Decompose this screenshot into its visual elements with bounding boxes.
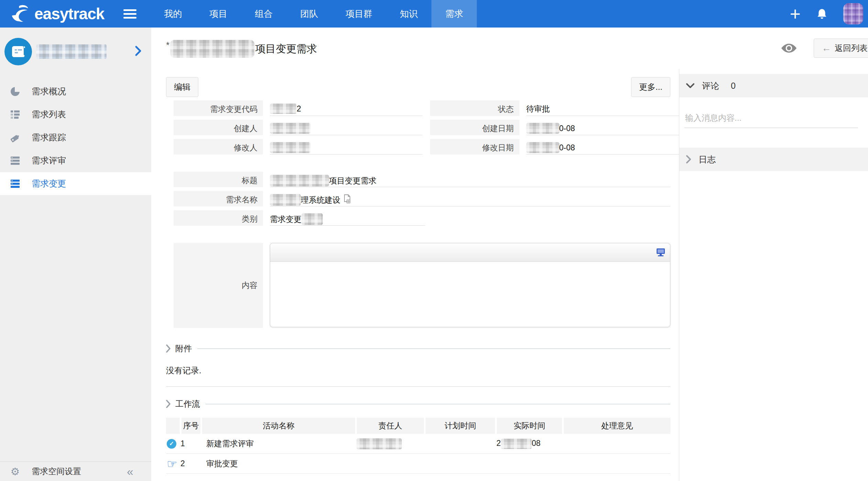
- created-date-value: 0-08: [526, 120, 680, 135]
- collapse-sidebar-icon[interactable]: «: [127, 465, 133, 478]
- sidebar-item-req-change[interactable]: 需求变更: [0, 172, 151, 195]
- content-area: 编辑 更多... 需求变更代码 2 状态 待审批 创建人 创建日期 0-08: [151, 69, 868, 481]
- user-avatar[interactable]: [843, 3, 863, 24]
- back-to-list-button[interactable]: ← 返回列表: [814, 39, 868, 58]
- title-label: 标题: [174, 172, 263, 187]
- created-date-label: 创建日期: [430, 120, 519, 135]
- modifier-label: 修改人: [174, 139, 263, 154]
- workflow-section-header[interactable]: 工作流: [166, 398, 670, 409]
- header-cell-planned-time: 计划时间: [424, 418, 495, 434]
- content-editor[interactable]: [270, 243, 670, 327]
- row-actual-time: 208: [495, 439, 562, 449]
- notification-bell-icon[interactable]: [816, 8, 827, 20]
- title-value: 项目变更需求: [270, 172, 670, 187]
- code-redacted: [270, 104, 297, 114]
- sidebar-item-req-review[interactable]: 需求评审: [0, 149, 151, 172]
- workflow-row-1[interactable]: ✓ 1 新建需求评审 208: [166, 434, 670, 454]
- creator-redacted: [270, 123, 310, 134]
- status-value: 待审批: [526, 100, 680, 116]
- row-activity: 审批变更: [200, 458, 355, 469]
- comment-input[interactable]: [684, 113, 858, 128]
- log-section-header[interactable]: 日志: [679, 148, 868, 171]
- nav-item-my[interactable]: 我的: [150, 0, 196, 28]
- comments-section-header[interactable]: 评论 0: [679, 74, 868, 97]
- chevron-right-icon: [166, 400, 171, 408]
- sidebar-item-label: 需求跟踪: [32, 132, 66, 143]
- add-icon[interactable]: +: [790, 4, 801, 23]
- attachments-title: 附件: [175, 343, 192, 354]
- sidebar-item-req-tracking[interactable]: 需求跟踪: [0, 126, 151, 149]
- title-redacted-prefix: [170, 40, 254, 58]
- stack-icon-active: [10, 179, 21, 189]
- brand-text: easytrack: [34, 4, 104, 23]
- workflow-row-2[interactable]: ☞ 2 审批变更: [166, 454, 670, 474]
- edit-button[interactable]: 编辑: [166, 77, 198, 97]
- chevron-right-icon: [686, 155, 691, 163]
- tag-icon: [10, 132, 21, 143]
- form-row-category: 类别 需求变更: [166, 210, 680, 226]
- space-header[interactable]: [0, 28, 151, 65]
- brand: easytrack: [10, 4, 104, 23]
- step-done-check-icon: ✓: [167, 439, 176, 449]
- form-row-code-status: 需求变更代码 2 状态 待审批: [166, 100, 680, 116]
- sidebar-item-req-list[interactable]: 需求列表: [0, 103, 151, 126]
- nav-item-portfolio[interactable]: 组合: [241, 0, 286, 28]
- modifier-value: [270, 139, 422, 154]
- owner-redacted: [356, 438, 402, 449]
- row-owner: [355, 438, 424, 449]
- nav-item-requirements[interactable]: 需求: [431, 0, 477, 28]
- space-settings-label[interactable]: 需求空间设置: [32, 466, 81, 477]
- comments-log-panel: 评论 0 日志: [679, 69, 868, 481]
- creator-label: 创建人: [174, 120, 263, 135]
- modified-date-value: 0-08: [526, 139, 680, 154]
- sidebar-item-label: 需求变更: [32, 178, 66, 189]
- workflow-title: 工作流: [175, 398, 200, 409]
- form-row-req-name: 需求名称 理系统建设: [166, 191, 680, 206]
- top-navigation: 我的 项目 组合 团队 项目群 知识 需求: [150, 0, 477, 28]
- sidebar-item-label: 需求评审: [32, 155, 66, 166]
- gear-icon[interactable]: ⚙: [10, 466, 21, 478]
- nav-item-project[interactable]: 项目: [196, 0, 241, 28]
- page-header: * 项目变更需求 ← 返回列表: [151, 28, 868, 69]
- linked-document-icon[interactable]: [342, 196, 351, 205]
- fullscreen-monitor-icon[interactable]: [656, 248, 665, 257]
- space-name-redacted: [36, 44, 107, 59]
- row-seq: 2: [180, 459, 200, 468]
- top-navbar: easytrack 我的 项目 组合 团队 项目群 知识 需求 +: [0, 0, 868, 28]
- sidebar-item-req-overview[interactable]: 需求概况: [0, 80, 151, 103]
- status-label: 状态: [430, 100, 519, 116]
- category-value: 需求变更: [270, 210, 425, 226]
- category-label: 类别: [174, 210, 263, 226]
- form-row-title: 标题 项目变更需求: [166, 172, 680, 187]
- modified-date-label: 修改日期: [430, 139, 519, 154]
- workflow-table-header: 序号 活动名称 责任人 计划时间 实际时间 处理意见: [166, 418, 670, 434]
- form-row-content: 内容: [166, 243, 680, 328]
- attachments-section-header[interactable]: 附件: [166, 343, 670, 354]
- code-value: 2: [270, 100, 422, 116]
- req-name-label: 需求名称: [174, 191, 263, 206]
- watch-eye-icon[interactable]: [781, 43, 797, 53]
- back-arrow-icon: ←: [822, 43, 831, 54]
- modified-date-redacted: [526, 142, 559, 153]
- nav-item-team[interactable]: 团队: [286, 0, 332, 28]
- chevron-right-icon[interactable]: [135, 45, 142, 58]
- more-button[interactable]: 更多...: [631, 77, 670, 97]
- title-marker: *: [166, 40, 169, 51]
- pie-chart-icon: [10, 86, 21, 97]
- category-redacted: [301, 213, 323, 225]
- header-cell-owner: 责任人: [355, 418, 424, 434]
- nav-item-knowledge[interactable]: 知识: [386, 0, 431, 28]
- nav-item-program[interactable]: 项目群: [332, 0, 386, 28]
- code-label: 需求变更代码: [174, 100, 263, 116]
- section-divider-line: [197, 349, 670, 349]
- horizontal-divider: [166, 386, 670, 387]
- actual-time-redacted: [501, 439, 532, 449]
- menu-icon[interactable]: [123, 7, 136, 21]
- modifier-redacted: [270, 142, 310, 153]
- step-current-hand-icon: ☞: [167, 459, 177, 469]
- no-records-text: 没有记录.: [166, 365, 680, 376]
- requirements-sidebar: 需求概况 需求列表: [0, 28, 151, 481]
- title-value-redacted: [270, 175, 329, 186]
- row-activity: 新建需求评审: [200, 438, 355, 449]
- header-cell-icon: [166, 418, 180, 434]
